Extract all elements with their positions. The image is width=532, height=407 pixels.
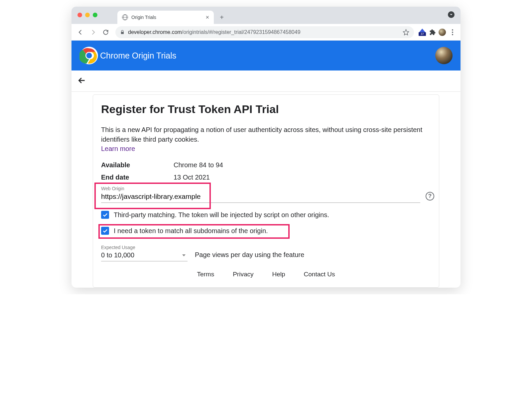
- third-party-checkbox[interactable]: [101, 211, 109, 219]
- browser-toolbar: developer.chrome.com/origintrials/#/regi…: [71, 24, 461, 41]
- subdomains-checkbox-row: I need a token to match all subdomains o…: [101, 227, 431, 235]
- profile-avatar[interactable]: [439, 29, 446, 36]
- close-window-button[interactable]: [77, 13, 82, 17]
- web-origin-field: Web Origin ?: [101, 186, 431, 203]
- expected-usage-description: Page views per day using the feature: [195, 251, 304, 261]
- available-row: Available Chrome 84 to 94: [101, 161, 431, 169]
- expected-usage-value: 0 to 10,000: [101, 251, 134, 259]
- tab-strip: Origin Trials × +: [71, 7, 461, 24]
- available-label: Available: [101, 161, 174, 169]
- footer-privacy-link[interactable]: Privacy: [233, 271, 253, 278]
- chevron-down-icon: [450, 13, 453, 16]
- reload-button[interactable]: [101, 27, 111, 37]
- brand: Chrome Origin Trials: [79, 46, 176, 65]
- window-controls: [77, 13, 97, 17]
- available-value: Chrome 84 to 94: [174, 161, 223, 169]
- expected-usage-label: Expected Usage: [101, 245, 188, 250]
- subdomains-checkbox[interactable]: [101, 227, 109, 235]
- web-origin-label: Web Origin: [101, 186, 431, 191]
- arrow-left-icon: [77, 76, 86, 85]
- back-button[interactable]: [75, 27, 85, 37]
- minimize-window-button[interactable]: [85, 13, 90, 17]
- url-text: developer.chrome.com/origintrials/#/regi…: [128, 29, 399, 35]
- tab-overflow-button[interactable]: [448, 11, 455, 18]
- footer-links: Terms Privacy Help Contact Us: [101, 271, 431, 278]
- close-tab-button[interactable]: ×: [205, 14, 209, 21]
- tab-title: Origin Trials: [131, 15, 202, 20]
- footer-terms-link[interactable]: Terms: [197, 271, 214, 278]
- third-party-checkbox-row: Third-party matching. The token will be …: [101, 211, 431, 219]
- sub-nav: [71, 70, 461, 92]
- dropdown-triangle-icon: [182, 254, 186, 256]
- end-date-value: 13 Oct 2021: [174, 174, 210, 181]
- extensions-puzzle-icon[interactable]: [429, 29, 436, 36]
- lock-icon: [120, 30, 125, 35]
- forward-button[interactable]: [88, 27, 98, 37]
- web-origin-input[interactable]: [101, 192, 420, 203]
- footer-help-link[interactable]: Help: [272, 271, 285, 278]
- footer-contact-link[interactable]: Contact Us: [304, 271, 335, 278]
- bookmark-star-icon[interactable]: [403, 29, 409, 36]
- end-date-row: End date 13 Oct 2021: [101, 174, 431, 181]
- globe-icon: [122, 14, 128, 20]
- user-avatar[interactable]: [435, 47, 453, 64]
- chrome-logo-icon: [79, 46, 99, 65]
- fullscreen-window-button[interactable]: [93, 13, 97, 17]
- description: This is a new API for propagating a noti…: [101, 125, 431, 144]
- extension-icon[interactable]: 37: [419, 29, 426, 36]
- new-tab-button[interactable]: +: [217, 13, 226, 22]
- brand-text: Chrome Origin Trials: [100, 51, 176, 61]
- page-back-button[interactable]: [77, 76, 86, 86]
- expected-usage-row: Expected Usage 0 to 10,000 Page views pe…: [101, 245, 431, 261]
- browser-window: Origin Trials × + developer.chrome.com/o…: [71, 7, 461, 288]
- address-bar[interactable]: developer.chrome.com/origintrials/#/regi…: [115, 26, 414, 38]
- end-date-label: End date: [101, 174, 174, 181]
- check-icon: [102, 228, 108, 234]
- learn-more-link[interactable]: Learn more: [101, 145, 135, 153]
- browser-tab[interactable]: Origin Trials ×: [117, 11, 214, 24]
- help-icon[interactable]: ?: [426, 192, 434, 201]
- subdomains-label: I need a token to match all subdomains o…: [114, 227, 268, 235]
- registration-card: Register for Trust Token API Trial This …: [93, 94, 439, 288]
- page-title: Register for Trust Token API Trial: [101, 103, 431, 116]
- browser-menu-button[interactable]: [449, 29, 457, 35]
- check-icon: [102, 212, 108, 218]
- page-header: Chrome Origin Trials: [71, 41, 461, 70]
- third-party-label: Third-party matching. The token will be …: [114, 211, 329, 219]
- expected-usage-select[interactable]: 0 to 10,000: [101, 251, 188, 261]
